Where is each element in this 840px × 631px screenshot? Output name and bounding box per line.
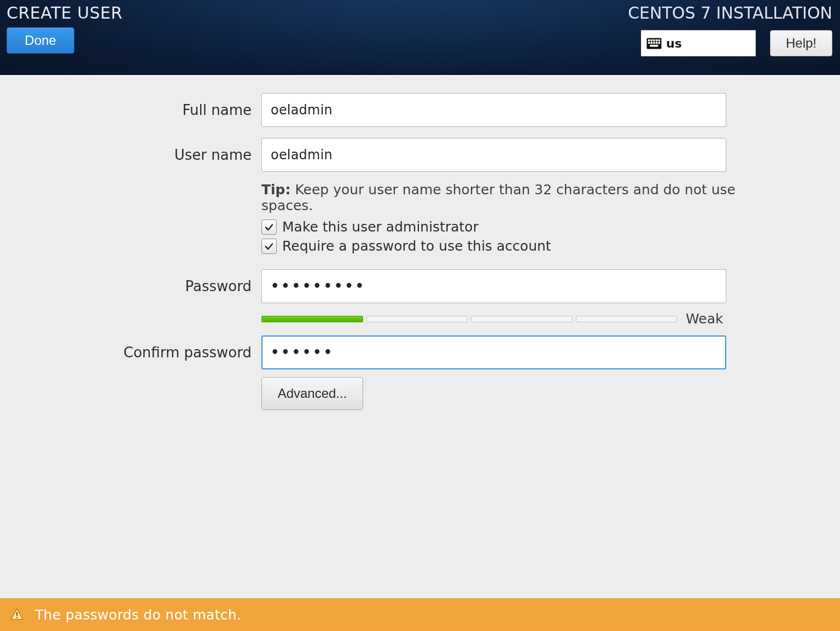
svg-rect-10 [658, 42, 661, 44]
warning-bar: The passwords do not match. [0, 598, 840, 631]
require-password-checkbox[interactable] [261, 239, 277, 254]
svg-rect-11 [650, 44, 658, 47]
password-input[interactable] [261, 269, 726, 303]
full-name-label: Full name [0, 102, 252, 118]
make-admin-checkbox-group[interactable]: Make this user administrator [261, 219, 743, 235]
svg-rect-8 [653, 42, 655, 44]
installer-title: CENTOS 7 INSTALLATION [628, 3, 832, 22]
make-admin-checkbox[interactable] [261, 219, 277, 235]
require-password-checkbox-group[interactable]: Require a password to use this account [261, 238, 743, 254]
svg-rect-6 [648, 42, 650, 44]
password-strength-meter: Weak [261, 311, 743, 327]
create-user-form: Full name User name Tip: Keep your user … [0, 93, 840, 410]
svg-rect-12 [16, 612, 18, 616]
tip-body: Keep your user name shorter than 32 char… [261, 182, 736, 213]
svg-rect-1 [648, 39, 650, 41]
user-name-tip: Tip: Keep your user name shorter than 32… [261, 182, 743, 213]
make-admin-row: Make this user administrator [0, 219, 840, 235]
header-bar: CREATE USER CENTOS 7 INSTALLATION Done [0, 0, 840, 75]
warning-icon [10, 607, 24, 622]
make-admin-label: Make this user administrator [282, 219, 479, 235]
help-button[interactable]: Help! [770, 30, 832, 56]
svg-rect-13 [16, 617, 18, 618]
warning-message: The passwords do not match. [35, 607, 241, 623]
strength-segment-2 [366, 316, 468, 322]
advanced-row: Advanced... [0, 377, 840, 410]
require-password-row: Require a password to use this account [0, 238, 840, 254]
keyboard-icon [646, 37, 662, 49]
keyboard-layout-selector[interactable]: us [641, 30, 756, 56]
svg-rect-7 [651, 42, 653, 44]
page-title: CREATE USER [7, 3, 122, 22]
tip-prefix: Tip: [261, 182, 291, 198]
strength-bar [261, 316, 677, 322]
user-name-tip-row: Tip: Keep your user name shorter than 32… [0, 182, 840, 213]
keyboard-layout-label: us [666, 37, 682, 50]
strength-segment-1 [261, 316, 363, 322]
password-row: Password [0, 269, 840, 303]
confirm-password-label: Confirm password [0, 344, 252, 361]
password-strength-row: Weak [0, 311, 840, 327]
svg-rect-3 [653, 39, 655, 41]
confirm-password-row: Confirm password [0, 335, 840, 369]
advanced-button[interactable]: Advanced... [261, 377, 363, 410]
strength-label: Weak [686, 311, 723, 327]
svg-rect-4 [656, 39, 658, 41]
full-name-input[interactable] [261, 93, 726, 127]
strength-segment-3 [471, 316, 573, 322]
confirm-password-input[interactable] [261, 335, 726, 369]
require-password-label: Require a password to use this account [282, 238, 551, 254]
header-right-cluster: us Help! [641, 30, 832, 56]
full-name-row: Full name [0, 93, 840, 127]
done-button[interactable]: Done [7, 27, 74, 54]
svg-rect-9 [656, 42, 658, 44]
user-name-label: User name [0, 147, 252, 163]
user-name-row: User name [0, 138, 840, 172]
password-label: Password [0, 278, 252, 294]
svg-rect-5 [658, 39, 661, 41]
user-name-input[interactable] [261, 138, 726, 172]
strength-segment-4 [576, 316, 678, 322]
svg-rect-2 [651, 39, 653, 41]
